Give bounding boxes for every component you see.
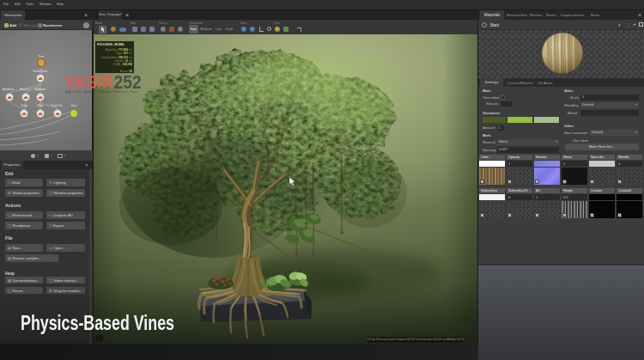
svg-text:Tree: Tree	[39, 55, 45, 58]
svg-text:Twigs: Twigs	[21, 104, 28, 107]
svg-text:Trunk Vin...: Trunk Vin...	[51, 104, 64, 107]
svg-text:Main: Main	[38, 104, 44, 107]
svg-text:Small Roots: Small Roots	[33, 70, 48, 73]
svg-text:Big Branc...: Big Branc...	[3, 88, 17, 91]
svg-text:BigRoots: BigRoots	[35, 88, 46, 91]
svg-text:Vine: Vine	[71, 104, 77, 107]
svg-text:Branch_L: Branch_L	[20, 88, 32, 91]
